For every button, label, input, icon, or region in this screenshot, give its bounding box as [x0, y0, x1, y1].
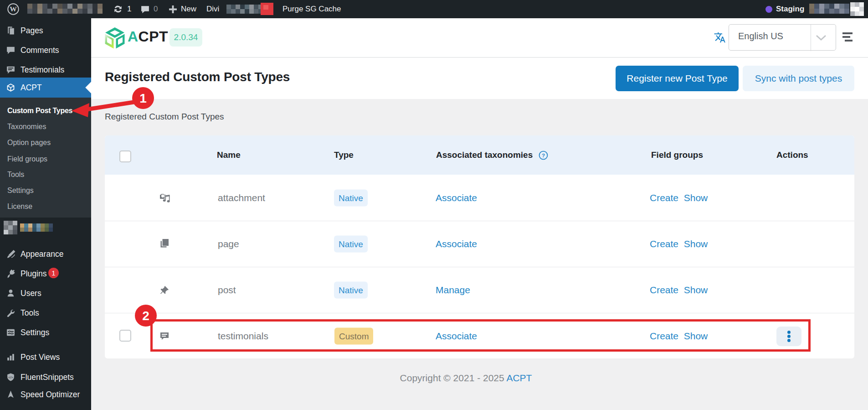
- svg-text:2: 2: [142, 309, 149, 323]
- svg-text:1: 1: [139, 91, 147, 105]
